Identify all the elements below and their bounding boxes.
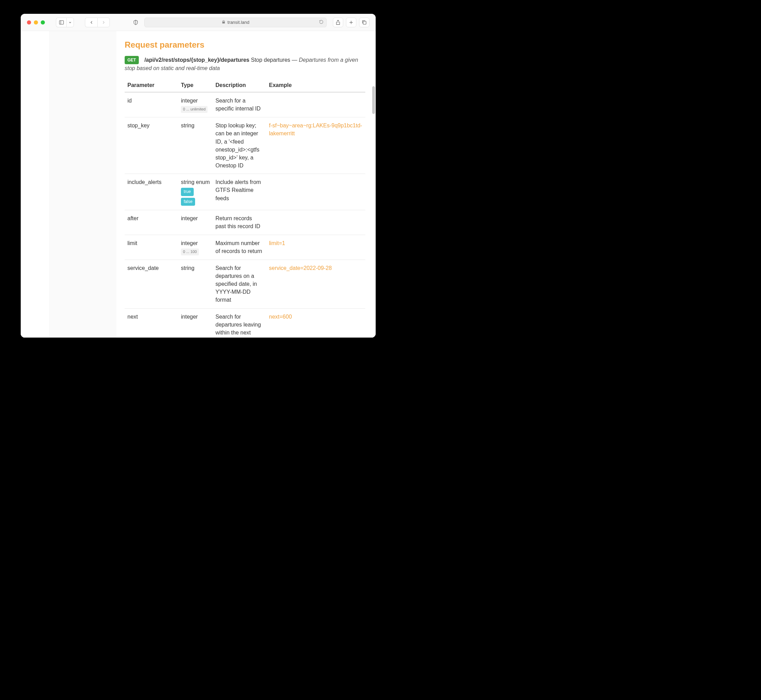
tabs-overview-button[interactable] xyxy=(359,17,370,27)
param-type: string xyxy=(178,259,213,308)
param-example: next=600 xyxy=(266,308,365,338)
section-title: Request parameters xyxy=(125,40,365,50)
forward-button[interactable] xyxy=(97,17,110,27)
plus-icon xyxy=(348,20,354,25)
table-header-row: Parameter Type Description Example xyxy=(125,79,365,92)
reload-button[interactable] xyxy=(319,20,324,25)
table-row: stop_keystringStop lookup key; can be an… xyxy=(125,117,365,174)
window-controls xyxy=(27,20,45,25)
endpoint-summary: Stop departures xyxy=(251,57,290,63)
share-button[interactable] xyxy=(333,17,343,27)
share-icon xyxy=(335,20,341,25)
chevron-down-icon xyxy=(68,21,72,24)
browser-window: transit.land Request parameters GET /api… xyxy=(21,14,376,338)
example-link[interactable]: f-sf~bay~area~rg:LAKEs-9q9p1bc1td-lakeme… xyxy=(269,122,362,136)
sidebar-icon xyxy=(59,20,64,25)
new-tab-button[interactable] xyxy=(346,17,356,27)
th-type: Type xyxy=(178,79,213,92)
param-description: Search for departures on a specified dat… xyxy=(213,259,266,308)
parameters-table: Parameter Type Description Example idint… xyxy=(125,79,365,338)
close-window-button[interactable] xyxy=(27,20,31,25)
type-range-badge: 0 ... unlimited xyxy=(181,106,208,113)
param-description: Stop lookup key; can be an integer ID, a… xyxy=(213,117,266,174)
doc-sidebar xyxy=(49,31,116,338)
example-link[interactable]: next=600 xyxy=(269,314,292,320)
left-gutter xyxy=(21,31,49,338)
example-link[interactable]: service_date=2022-09-28 xyxy=(269,265,332,271)
param-name: after xyxy=(125,210,178,235)
address-bar[interactable]: transit.land xyxy=(144,17,327,27)
param-example xyxy=(266,92,365,117)
table-row: service_datestringSearch for departures … xyxy=(125,259,365,308)
param-name: stop_key xyxy=(125,117,178,174)
th-description: Description xyxy=(213,79,266,92)
sidebar-toggle-button[interactable] xyxy=(56,17,66,27)
param-example: service_date=2022-09-28 xyxy=(266,259,365,308)
param-example xyxy=(266,210,365,235)
param-name: next xyxy=(125,308,178,338)
reload-icon xyxy=(319,20,324,24)
param-type: string xyxy=(178,117,213,174)
param-description: Return records past this record ID xyxy=(213,210,266,235)
table-row: limitinteger0 ... 100Maximum number of r… xyxy=(125,235,365,259)
param-type: integer xyxy=(178,308,213,338)
enum-pill: false xyxy=(181,198,195,206)
chevron-left-icon xyxy=(89,20,94,25)
enum-pill: true xyxy=(181,188,194,196)
url-host: transit.land xyxy=(227,20,250,25)
content-wrap: Request parameters GET /api/v2/rest/stop… xyxy=(21,31,376,338)
param-name: limit xyxy=(125,235,178,259)
param-example xyxy=(266,174,365,210)
param-example: limit=1 xyxy=(266,235,365,259)
titlebar: transit.land xyxy=(21,14,376,31)
param-description: Search for a specific internal ID xyxy=(213,92,266,117)
table-row: afterintegerReturn records past this rec… xyxy=(125,210,365,235)
param-description: Maximum number of records to return xyxy=(213,235,266,259)
table-row: idinteger0 ... unlimitedSearch for a spe… xyxy=(125,92,365,117)
scrollbar-thumb[interactable] xyxy=(372,86,375,114)
param-type: string enumtruefalse xyxy=(178,174,213,210)
table-row: nextintegerSearch for departures leaving… xyxy=(125,308,365,338)
maximize-window-button[interactable] xyxy=(41,20,45,25)
endpoint-path: /api/v2/rest/stops/{stop_key}/departures xyxy=(144,57,249,63)
th-example: Example xyxy=(266,79,365,92)
http-method-badge: GET xyxy=(125,56,139,64)
param-type: integer xyxy=(178,210,213,235)
tabs-icon xyxy=(362,20,367,25)
param-example: f-sf~bay~area~rg:LAKEs-9q9p1bc1td-lakeme… xyxy=(266,117,365,174)
example-link[interactable]: limit=1 xyxy=(269,240,285,246)
type-range-badge: 0 ... 100 xyxy=(181,248,199,255)
param-name: include_alerts xyxy=(125,174,178,210)
param-type: integer0 ... unlimited xyxy=(178,92,213,117)
param-description: Search for departures leaving within the… xyxy=(213,308,266,338)
shield-icon xyxy=(133,20,138,25)
back-button[interactable] xyxy=(85,17,97,27)
param-type: integer0 ... 100 xyxy=(178,235,213,259)
param-name: service_date xyxy=(125,259,178,308)
privacy-button[interactable] xyxy=(130,17,141,27)
svg-rect-6 xyxy=(363,21,366,24)
sidebar-dropdown-button[interactable] xyxy=(66,17,74,27)
th-parameter: Parameter xyxy=(125,79,178,92)
param-name: id xyxy=(125,92,178,117)
param-description: Include alerts from GTFS Realtime feeds xyxy=(213,174,266,210)
lock-icon xyxy=(222,20,225,25)
chevron-right-icon xyxy=(101,20,106,25)
table-row: include_alertsstring enumtruefalseInclud… xyxy=(125,174,365,210)
minimize-window-button[interactable] xyxy=(34,20,38,25)
main-content: Request parameters GET /api/v2/rest/stop… xyxy=(116,31,376,338)
svg-rect-0 xyxy=(60,20,64,24)
endpoint-line: GET /api/v2/rest/stops/{stop_key}/depart… xyxy=(125,56,365,72)
